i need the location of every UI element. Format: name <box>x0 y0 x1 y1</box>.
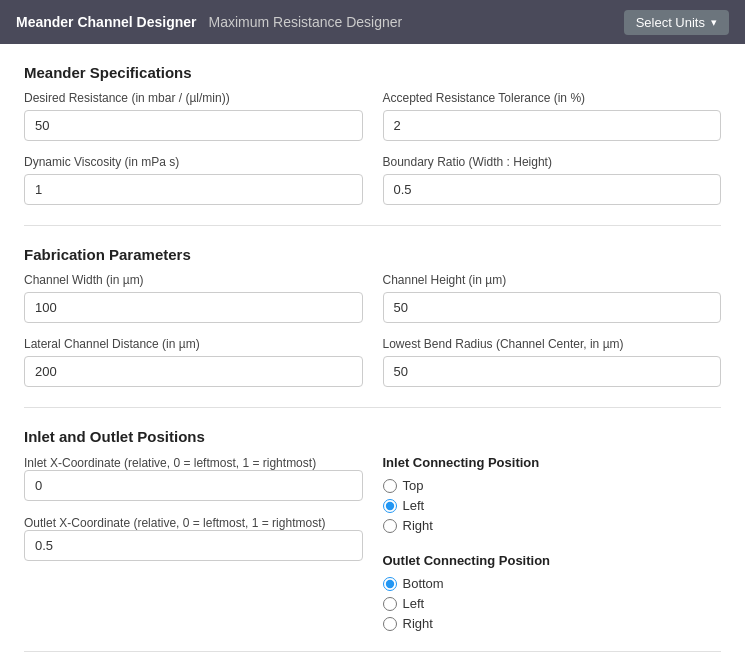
desired-resistance-group: Desired Resistance (in mbar / (µl/min)) <box>24 91 363 141</box>
inlet-radio-group: Top Left Right <box>383 478 722 533</box>
inlet-outlet-grid: Inlet X-Coordinate (relative, 0 = leftmo… <box>24 455 721 631</box>
outlet-left-radio[interactable] <box>383 597 397 611</box>
channel-width-group: Channel Width (in µm) <box>24 273 363 323</box>
designer-name: Maximum Resistance Designer <box>209 14 403 30</box>
boundary-ratio-input[interactable] <box>383 174 722 205</box>
fabrication-params-title: Fabrication Parameters <box>24 246 721 263</box>
inlet-x-input[interactable] <box>24 470 363 501</box>
lateral-distance-input[interactable] <box>24 356 363 387</box>
outlet-radio-group: Bottom Left Right <box>383 576 722 631</box>
lowest-bend-radius-label: Lowest Bend Radius (Channel Center, in µ… <box>383 337 722 351</box>
dynamic-viscosity-label: Dynamic Viscosity (in mPa s) <box>24 155 363 169</box>
boundary-ratio-label: Boundary Ratio (Width : Height) <box>383 155 722 169</box>
inlet-left-label: Left <box>403 498 425 513</box>
channel-height-group: Channel Height (in µm) <box>383 273 722 323</box>
app-header: Meander Channel Designer Maximum Resista… <box>0 0 745 44</box>
channel-height-input[interactable] <box>383 292 722 323</box>
inlet-right-option[interactable]: Right <box>383 518 722 533</box>
lowest-bend-radius-group: Lowest Bend Radius (Channel Center, in µ… <box>383 337 722 387</box>
accepted-tolerance-group: Accepted Resistance Tolerance (in %) <box>383 91 722 141</box>
meander-specs-row1: Desired Resistance (in mbar / (µl/min)) … <box>24 91 721 141</box>
outlet-x-block: Outlet X-Coordinate (relative, 0 = leftm… <box>24 515 363 561</box>
divider-3 <box>24 651 721 652</box>
inlet-left-radio[interactable] <box>383 499 397 513</box>
lateral-distance-label: Lateral Channel Distance (in µm) <box>24 337 363 351</box>
main-content: Meander Specifications Desired Resistanc… <box>0 44 745 662</box>
inlet-x-block: Inlet X-Coordinate (relative, 0 = leftmo… <box>24 455 363 501</box>
outlet-right-label: Right <box>403 616 433 631</box>
outlet-bottom-radio[interactable] <box>383 577 397 591</box>
dynamic-viscosity-group: Dynamic Viscosity (in mPa s) <box>24 155 363 205</box>
divider-1 <box>24 225 721 226</box>
inlet-top-label: Top <box>403 478 424 493</box>
outlet-bottom-label: Bottom <box>403 576 444 591</box>
lateral-distance-group: Lateral Channel Distance (in µm) <box>24 337 363 387</box>
channel-width-input[interactable] <box>24 292 363 323</box>
outlet-connecting-title: Outlet Connecting Position <box>383 553 722 568</box>
inlet-outlet-right: Inlet Connecting Position Top Left Ri <box>383 455 722 631</box>
dynamic-viscosity-input[interactable] <box>24 174 363 205</box>
outlet-right-option[interactable]: Right <box>383 616 722 631</box>
fabrication-params-section: Fabrication Parameters Channel Width (in… <box>24 246 721 387</box>
inlet-connecting-group: Inlet Connecting Position Top Left Ri <box>383 455 722 631</box>
inlet-right-radio[interactable] <box>383 519 397 533</box>
meander-specs-section: Meander Specifications Desired Resistanc… <box>24 64 721 205</box>
desired-resistance-label: Desired Resistance (in mbar / (µl/min)) <box>24 91 363 105</box>
fabrication-row1: Channel Width (in µm) Channel Height (in… <box>24 273 721 323</box>
select-units-button[interactable]: Select Units <box>624 10 729 35</box>
outlet-bottom-option[interactable]: Bottom <box>383 576 722 591</box>
desired-resistance-input[interactable] <box>24 110 363 141</box>
accepted-tolerance-input[interactable] <box>383 110 722 141</box>
inlet-top-option[interactable]: Top <box>383 478 722 493</box>
meander-specs-title: Meander Specifications <box>24 64 721 81</box>
inlet-outlet-section: Inlet and Outlet Positions Inlet X-Coord… <box>24 428 721 631</box>
inlet-right-label: Right <box>403 518 433 533</box>
outlet-left-label: Left <box>403 596 425 611</box>
outlet-x-label: Outlet X-Coordinate (relative, 0 = leftm… <box>24 516 325 530</box>
outlet-x-input[interactable] <box>24 530 363 561</box>
lowest-bend-radius-input[interactable] <box>383 356 722 387</box>
inlet-outlet-title: Inlet and Outlet Positions <box>24 428 721 445</box>
inlet-top-radio[interactable] <box>383 479 397 493</box>
meander-specs-row2: Dynamic Viscosity (in mPa s) Boundary Ra… <box>24 155 721 205</box>
boundary-ratio-group: Boundary Ratio (Width : Height) <box>383 155 722 205</box>
inlet-left-option[interactable]: Left <box>383 498 722 513</box>
app-title: Meander Channel Designer <box>16 14 197 30</box>
fabrication-row2: Lateral Channel Distance (in µm) Lowest … <box>24 337 721 387</box>
channel-height-label: Channel Height (in µm) <box>383 273 722 287</box>
outlet-right-radio[interactable] <box>383 617 397 631</box>
inlet-connecting-title: Inlet Connecting Position <box>383 455 722 470</box>
outlet-left-option[interactable]: Left <box>383 596 722 611</box>
accepted-tolerance-label: Accepted Resistance Tolerance (in %) <box>383 91 722 105</box>
inlet-x-label: Inlet X-Coordinate (relative, 0 = leftmo… <box>24 456 316 470</box>
inlet-outlet-left: Inlet X-Coordinate (relative, 0 = leftmo… <box>24 455 363 631</box>
divider-2 <box>24 407 721 408</box>
channel-width-label: Channel Width (in µm) <box>24 273 363 287</box>
